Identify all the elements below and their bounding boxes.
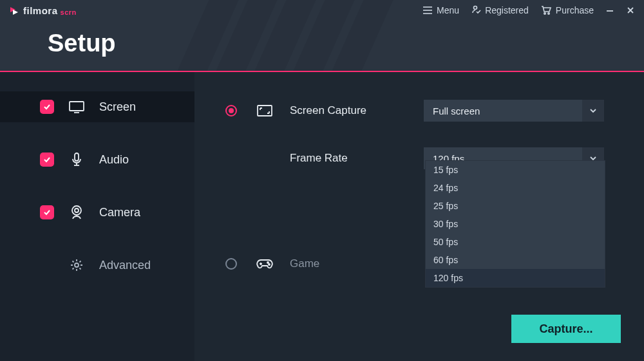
row-screen-capture: Screen Capture Full screen (225, 98, 621, 124)
checkbox-audio[interactable] (40, 153, 54, 167)
svg-point-18 (75, 263, 79, 267)
purchase-button[interactable]: Purchase (540, 5, 594, 15)
fullscreen-icon (255, 104, 274, 117)
label-frame-rate: Frame Rate (290, 152, 393, 165)
checkbox-camera[interactable] (40, 205, 54, 219)
select-screen-capture[interactable]: Full screen (424, 100, 604, 122)
checkbox-screen[interactable] (40, 100, 54, 114)
gear-icon (68, 258, 85, 272)
frame-rate-dropdown: 15 fps24 fps25 fps30 fps50 fps60 fps120 … (425, 160, 605, 288)
svg-point-23 (269, 264, 270, 265)
radio-game[interactable] (225, 258, 237, 270)
frame-rate-option[interactable]: 15 fps (426, 161, 605, 179)
label-screen-capture: Screen Capture (290, 104, 393, 117)
svg-marker-1 (13, 10, 18, 15)
microphone-icon (68, 152, 85, 167)
frame-rate-option[interactable]: 60 fps (426, 251, 605, 269)
svg-point-17 (75, 208, 79, 212)
registered-label: Registered (485, 5, 529, 15)
svg-rect-19 (258, 106, 272, 116)
menu-button[interactable]: Menu (422, 5, 459, 15)
svg-point-7 (548, 13, 549, 14)
frame-rate-option[interactable]: 50 fps (426, 233, 605, 251)
brand-suffix: scrn (61, 8, 77, 16)
webcam-icon (68, 205, 85, 220)
registered-button[interactable]: Registered (471, 5, 529, 15)
select-screen-capture-value: Full screen (424, 106, 582, 116)
titlebar: filmora scrn Menu Registered Purchase Se… (0, 0, 644, 72)
app-brand: filmora scrn (9, 5, 77, 16)
window-actions: Menu Registered Purchase (422, 5, 635, 15)
minimize-button[interactable] (605, 6, 614, 15)
brand-logo-icon (9, 6, 19, 16)
sidebar-label-camera: Camera (99, 206, 140, 219)
menu-label: Menu (437, 5, 459, 15)
frame-rate-option[interactable]: 30 fps (426, 215, 605, 233)
sidebar-label-screen: Screen (99, 100, 136, 114)
svg-point-5 (474, 6, 477, 10)
sidebar-item-audio[interactable]: Audio (0, 144, 194, 175)
radio-screen-capture[interactable] (225, 105, 237, 116)
sidebar: Screen Audio Camera Advanced (0, 72, 194, 361)
label-game: Game (290, 257, 393, 270)
brand-name: filmora (23, 5, 58, 16)
sidebar-item-screen[interactable]: Screen (0, 91, 194, 122)
frame-rate-option[interactable]: 25 fps (426, 197, 605, 215)
sidebar-item-camera[interactable]: Camera (0, 197, 194, 228)
capture-button-label: Capture... (539, 322, 592, 336)
close-button[interactable] (626, 6, 635, 15)
sidebar-item-advanced[interactable]: Advanced (0, 250, 194, 281)
screen-icon (68, 100, 85, 113)
sidebar-label-advanced: Advanced (99, 259, 151, 272)
sidebar-label-audio: Audio (99, 153, 129, 167)
svg-point-16 (72, 206, 81, 215)
chevron-down-icon (582, 100, 604, 122)
svg-rect-13 (75, 153, 79, 161)
svg-point-6 (544, 13, 545, 14)
frame-rate-option[interactable]: 120 fps (426, 269, 605, 287)
svg-rect-11 (70, 102, 84, 111)
svg-point-22 (267, 262, 269, 263)
gamepad-icon (255, 257, 274, 270)
frame-rate-option[interactable]: 24 fps (426, 179, 605, 197)
page-title: Setup (48, 30, 116, 57)
purchase-label: Purchase (556, 5, 594, 15)
capture-button[interactable]: Capture... (511, 315, 621, 343)
